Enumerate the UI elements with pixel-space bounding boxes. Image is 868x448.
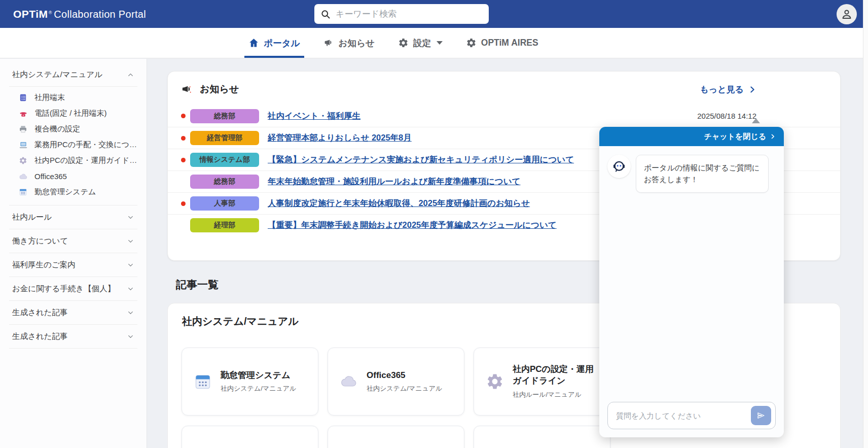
sidebar-section-generated-articles-2[interactable]: 生成された記事	[0, 325, 147, 348]
sidebar-item-label: 複合機の設定	[34, 124, 80, 134]
sidebar-item-office365[interactable]: Office365	[0, 168, 147, 184]
section-label: 生成された記事	[12, 307, 127, 318]
chat-panel: チャットを閉じる ポータルの情報に関するご質問にお答えします！	[599, 127, 784, 437]
chevron-down-icon	[127, 309, 134, 317]
page-scrollbar[interactable]	[863, 0, 868, 448]
announcement-link[interactable]: 年末年始勤怠管理・施設利用ルールおよび新年度準備事項について	[268, 176, 520, 187]
gear-icon	[466, 38, 477, 48]
calendar-icon	[193, 372, 212, 391]
chat-question-input[interactable]	[616, 411, 751, 420]
chevron-up-icon	[127, 71, 134, 79]
chevron-down-icon	[127, 333, 134, 340]
chat-close-label: チャットを閉じる	[704, 132, 766, 142]
announcement-row[interactable]: 総務部 社内イベント・福利厚生 2025/08/18 14:12	[168, 105, 840, 127]
logo-optim-text: OPTiM	[13, 8, 48, 20]
announcement-link[interactable]: 社内イベント・福利厚生	[268, 111, 360, 122]
list-scroll-up-arrow[interactable]	[752, 118, 760, 123]
cloud-icon	[339, 372, 358, 391]
app-logo: OPTiM®Collaboration Portal	[13, 8, 146, 20]
tab-label: 設定	[413, 37, 431, 49]
tab-portal[interactable]: ポータル	[248, 28, 300, 58]
chatbot-avatar	[607, 155, 631, 178]
announcement-link[interactable]: 【緊急】システムメンテナンス実施および新セキュリティポリシー適用について	[268, 154, 574, 165]
person-icon	[841, 8, 853, 20]
chat-close-button[interactable]: チャットを閉じる	[599, 127, 784, 146]
sidebar-item-company-device[interactable]: 社用端末	[0, 90, 147, 106]
see-more-label: もっと見る	[700, 84, 744, 95]
sidebar-item-copier-settings[interactable]: 複合機の設定	[0, 121, 147, 137]
tab-optim-aires[interactable]: OPTiM AIRES	[466, 28, 538, 58]
chevron-right-icon	[770, 133, 776, 140]
sidebar-section-systems-manuals[interactable]: 社内システム/マニュアル	[0, 63, 147, 86]
tab-label: お知らせ	[339, 37, 375, 49]
department-badge: 人事部	[190, 196, 259, 211]
gear-icon	[18, 156, 28, 165]
section-label: 社内システム/マニュアル	[12, 70, 127, 80]
unread-dot	[181, 136, 186, 141]
sidebar-item-pc-setup-guide[interactable]: 社内PCの設定・運用ガイド…	[0, 153, 147, 168]
see-more-link[interactable]: もっと見る	[700, 84, 756, 95]
megaphone-icon	[323, 38, 334, 48]
section-label: 生成された記事	[12, 331, 127, 342]
announcement-link[interactable]: 人事制度改定施行と年末年始休暇取得、2025年度研修計画のお知らせ	[268, 198, 530, 209]
article-card-pc-setup-guideline[interactable]: 社内PCの設定・運用ガイドライン 社内ルール/マニュアル	[474, 348, 610, 416]
tab-settings[interactable]: 設定	[398, 28, 443, 58]
keyword-search-box[interactable]	[314, 4, 489, 24]
read-dot-placeholder	[181, 180, 186, 184]
sidebar: 社内システム/マニュアル 社用端末 電話(固定 / 社用端末) 複合機の設定	[0, 59, 147, 448]
cloud-icon	[18, 171, 28, 181]
department-badge: 経営管理部	[190, 131, 259, 145]
sidebar-item-phone[interactable]: 電話(固定 / 社用端末)	[0, 106, 147, 121]
gear-icon	[485, 372, 504, 391]
search-input[interactable]	[336, 9, 483, 19]
tab-label: ポータル	[264, 37, 300, 49]
chevron-down-icon	[127, 285, 134, 293]
unread-dot	[181, 114, 186, 118]
sidebar-section-work-style[interactable]: 働き方について	[0, 229, 147, 253]
sidebar-item-label: 電話(固定 / 社用端末)	[34, 109, 107, 118]
robot-icon	[611, 159, 627, 174]
send-button[interactable]	[751, 406, 771, 425]
announcement-date: 2025/08/18 14:12	[687, 112, 756, 120]
section-label: お金に関する手続き【個人】	[12, 284, 127, 294]
card-category: 社内システム/マニュアル	[221, 384, 306, 393]
logo-portal-text: Collaboration Portal	[54, 9, 146, 20]
sidebar-section-generated-articles-1[interactable]: 生成された記事	[0, 301, 147, 324]
section-label: 働き方について	[12, 236, 127, 247]
tab-news[interactable]: お知らせ	[323, 28, 375, 58]
article-card[interactable]	[328, 426, 464, 448]
chevron-down-icon	[127, 237, 134, 245]
laptop-icon	[18, 140, 28, 150]
announcement-link[interactable]: 【重要】年末調整手続き開始および2025年度予算編成スケジュールについて	[268, 220, 557, 231]
unread-dot	[181, 158, 186, 162]
sidebar-section-money-procedures[interactable]: お金に関する手続き【個人】	[0, 277, 147, 300]
printer-icon	[18, 124, 28, 134]
unread-dot	[181, 201, 186, 206]
articles-heading: 記事一覧	[176, 278, 219, 292]
sidebar-item-label: 業務用PCの手配・交換につ…	[34, 140, 137, 150]
article-card[interactable]	[182, 426, 318, 448]
search-icon	[320, 9, 331, 19]
sidebar-section-welfare[interactable]: 福利厚生のご案内	[0, 253, 147, 277]
sidebar-section-company-rules[interactable]: 社内ルール	[0, 205, 147, 229]
user-avatar-button[interactable]	[837, 4, 857, 24]
section-label: 福利厚生のご案内	[12, 260, 127, 270]
sidebar-item-label: Office365	[34, 172, 67, 181]
sidebar-item-attendance-system[interactable]: 勤怠管理システム	[0, 184, 147, 200]
article-card-attendance-system[interactable]: 勤怠管理システム 社内システム/マニュアル	[182, 348, 318, 416]
paper-plane-icon	[756, 411, 766, 420]
chat-input-box[interactable]	[607, 402, 776, 429]
chevron-down-icon	[437, 41, 443, 45]
main-nav: ポータル お知らせ 設定 OPTiM AIRES	[0, 28, 863, 58]
device-icon	[18, 93, 28, 102]
article-card[interactable]	[474, 426, 610, 448]
department-badge: 経理部	[190, 218, 259, 232]
calendar-icon	[18, 187, 28, 197]
article-card-office365[interactable]: Office365 社内システム/マニュアル	[328, 348, 464, 416]
gear-icon	[398, 38, 409, 48]
department-badge: 総務部	[190, 175, 259, 189]
sidebar-item-work-pc[interactable]: 業務用PCの手配・交換につ…	[0, 137, 147, 153]
chevron-right-icon	[748, 85, 756, 94]
announcement-link[interactable]: 経営管理本部よりおしらせ 2025年8月	[268, 132, 412, 144]
chevron-down-icon	[127, 214, 134, 221]
